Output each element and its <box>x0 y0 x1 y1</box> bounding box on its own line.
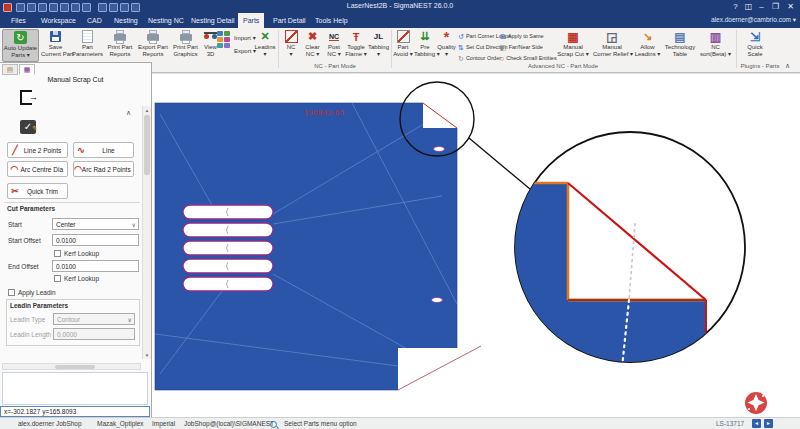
technology-table-button[interactable]: ▤ TechnologyTable <box>663 29 697 62</box>
nc-button[interactable]: NC▾ <box>281 29 301 62</box>
print-part-graphics-button[interactable]: Print PartGraphics <box>171 29 200 62</box>
tab-cad[interactable]: CAD <box>82 13 107 28</box>
quality-button[interactable]: * Quality▾ <box>437 29 456 62</box>
help-button[interactable]: ? <box>729 1 742 12</box>
tab-files[interactable]: Files <box>6 13 31 28</box>
slot[interactable] <box>183 223 273 237</box>
slot[interactable] <box>183 241 273 255</box>
exit-panel-button[interactable] <box>20 90 32 105</box>
quick-access-icon-9[interactable] <box>109 3 118 12</box>
account-menu[interactable]: alex.doerner@cambrio.com ▾ <box>711 16 796 24</box>
arc-rad-2-points-button[interactable]: ◠ Arc Rad 2 Points <box>73 161 134 177</box>
arc-centre-dia-button[interactable]: ◠ Arc Centre Dia <box>7 161 68 177</box>
mini-icon[interactable] <box>217 37 223 42</box>
section-collapse-icon[interactable]: ∧ <box>126 109 131 117</box>
mini-icon[interactable] <box>217 31 223 36</box>
manual-scrap-cut-button[interactable]: ▦ ManualScrap Cut ▾ <box>555 29 591 62</box>
nav-next-button[interactable]: ▸ <box>764 419 773 428</box>
line-button[interactable]: ∿ Line <box>73 142 134 158</box>
tabbing-button[interactable]: JL Tabbing▾ <box>368 29 389 62</box>
print-part-reports-button[interactable]: Print PartReports <box>105 29 135 62</box>
status-machine[interactable]: Mazak_Optiplex <box>97 420 144 427</box>
quick-access-icon-4[interactable] <box>49 3 58 12</box>
feedback-icon[interactable]: ◫ <box>742 1 755 12</box>
far-near-side-button[interactable]: ◧Far/Near Side <box>500 42 543 52</box>
start-offset-input[interactable] <box>52 234 139 246</box>
contour-order-button[interactable]: ↻Contour Order <box>458 53 501 63</box>
quick-access-icon-1[interactable] <box>16 3 25 12</box>
export-part-reports-button[interactable]: Export PartReports <box>137 29 169 62</box>
panel-vertical-scrollbar[interactable]: ▴ ▾ <box>142 106 151 359</box>
quick-access-icon-2[interactable] <box>27 3 36 12</box>
apply-to-same-button[interactable]: ⊞Apply to Same <box>500 31 544 41</box>
nav-prev-button[interactable]: ◂ <box>752 419 761 428</box>
mini-icon[interactable] <box>224 43 230 48</box>
restore-button[interactable]: ❐ <box>769 1 782 12</box>
slot[interactable] <box>183 205 273 219</box>
panel-tab-1[interactable]: ▤ <box>2 64 18 75</box>
panel-tab-2[interactable]: ▦ <box>19 64 35 75</box>
nc-sort-beta-button[interactable]: ▥ NCsort(Beta) ▾ <box>698 29 733 62</box>
leadins-button[interactable]: ✕ Leadins▾ <box>253 29 277 62</box>
save-current-part-button[interactable]: SaveCurrent Part <box>41 29 70 62</box>
small-slot[interactable] <box>432 298 443 303</box>
tab-part-detail[interactable]: Part Detail <box>268 13 311 28</box>
scroll-up-icon[interactable]: ▴ <box>143 107 151 113</box>
quick-access-icon-8[interactable] <box>98 3 107 12</box>
leadin-type-select[interactable]: Contour∨ <box>53 313 135 325</box>
slot[interactable] <box>183 277 273 291</box>
status-database[interactable]: JobShop@(local)\SIGMANEST <box>184 420 274 427</box>
post-nc-button[interactable]: NC PostNC ▾ <box>324 29 344 62</box>
drawing-canvas[interactable]: 190843-05 <box>152 74 800 417</box>
allow-leadins-button[interactable]: ↘ AllowLeadins ▾ <box>633 29 662 62</box>
tab-tools-help[interactable]: Tools Help <box>310 13 353 28</box>
check-small-entities-button[interactable]: ○Check Small Entities <box>500 53 557 63</box>
toggle-flame-button[interactable]: Ŧ ToggleFlame ▾ <box>345 29 367 62</box>
quick-trim-button[interactable]: ✂ Quick Trim <box>7 183 68 199</box>
auto-update-parts-button[interactable]: ↻ Auto UpdateParts ▾ <box>2 29 39 62</box>
end-offset-input[interactable] <box>52 260 139 272</box>
scrollbar-thumb[interactable] <box>144 115 150 175</box>
scroll-down-icon[interactable]: ▾ <box>143 352 151 358</box>
kerf-lookup-checkbox-1[interactable] <box>54 250 61 257</box>
tab-parts[interactable]: Parts <box>238 13 264 28</box>
quick-access-icon-7[interactable] <box>82 3 91 12</box>
mini-icon[interactable] <box>224 37 230 42</box>
quick-access-icon-11[interactable] <box>131 3 140 12</box>
ribbon-collapse-icon[interactable]: ∧ <box>785 62 790 70</box>
quick-access-icon-5[interactable] <box>60 3 69 12</box>
line-2-points-button[interactable]: ╱ Line 2 Points <box>7 142 68 158</box>
quick-scale-button[interactable]: ⇲ QuickScale <box>740 29 770 62</box>
leadin-length-input[interactable] <box>53 328 135 340</box>
minimize-button[interactable]: – <box>755 1 768 12</box>
quick-access-icon-6[interactable] <box>71 3 80 12</box>
part-parameters-button[interactable]: PartParameters <box>72 29 103 62</box>
app-icon[interactable] <box>3 3 12 12</box>
mini-icon[interactable] <box>224 31 230 36</box>
search-icon[interactable] <box>270 421 277 428</box>
assistant-badge[interactable] <box>745 392 767 414</box>
scrollbar-thumb[interactable] <box>55 365 95 369</box>
panel-horizontal-scrollbar[interactable] <box>2 363 141 370</box>
slot-cutouts[interactable] <box>183 205 273 291</box>
clear-nc-button[interactable]: ✖ ClearNC ▾ <box>302 29 323 62</box>
tab-nesting-detail[interactable]: Nesting Detail <box>186 13 240 28</box>
pre-tabbing-button[interactable]: ⇊ PreTabbing ▾ <box>414 29 436 62</box>
manual-corner-relief-button[interactable]: ◲ ManualCorner Relief ▾ <box>593 29 631 62</box>
part-avoid-button[interactable]: PartAvoid ▾ <box>393 29 413 62</box>
tab-nesting[interactable]: Nesting <box>109 13 143 28</box>
tab-nesting-nc[interactable]: Nesting NC <box>143 13 189 28</box>
status-units[interactable]: Imperial <box>152 420 175 427</box>
quick-access-icon-10[interactable] <box>120 3 129 12</box>
kerf-lookup-checkbox-2[interactable] <box>54 275 61 282</box>
close-button[interactable]: ✕ <box>784 1 797 12</box>
tab-workspace[interactable]: Workspace <box>36 13 81 28</box>
apply-leadin-checkbox[interactable] <box>8 289 15 296</box>
select-mode-button[interactable]: ✓✎ <box>20 120 36 134</box>
quick-access-icon-3[interactable] <box>38 3 47 12</box>
slot[interactable] <box>183 259 273 273</box>
part-tools-icon-cluster[interactable] <box>217 31 230 48</box>
start-select[interactable]: Center∨ <box>52 218 139 230</box>
mini-icon[interactable] <box>217 43 223 48</box>
small-slot[interactable] <box>434 147 445 152</box>
